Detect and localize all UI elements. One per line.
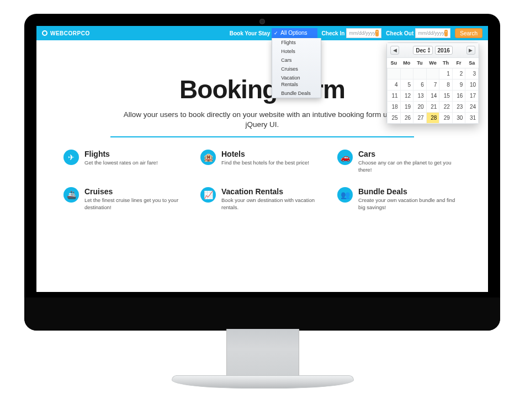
monitor-stand-neck [226,329,299,379]
dow-header: Th [439,58,453,68]
category-select[interactable]: All Options FlightsHotelsCarsCruisesVaca… [272,28,317,38]
date-cell [400,68,413,79]
date-cell[interactable]: 10 [465,79,479,91]
category-option[interactable]: Bundle Deals [272,89,321,98]
camera-icon [259,19,265,24]
category-option[interactable]: Hotels [272,47,321,56]
date-cell[interactable]: 19 [400,102,413,113]
date-cell[interactable]: 12 [400,91,413,102]
year-value: 2016 [438,47,450,54]
date-cell[interactable]: 2 [452,68,465,79]
date-cell[interactable]: 9 [452,79,465,91]
checkout-block: Check Out mm/dd/yyyy [386,28,450,38]
category-dropdown[interactable]: FlightsHotelsCarsCruisesVacation Rentals… [272,38,321,98]
brand[interactable]: WEBCORPCO [42,30,90,36]
brand-icon [42,30,47,36]
date-cell[interactable]: 3 [465,68,479,79]
book-your-stay-label: Book Your Stay [230,30,271,36]
feature-title: Cruises [84,187,187,196]
dow-header: We [426,58,439,68]
dow-header: Su [388,58,401,68]
feature-icon: 🚗 [337,150,353,165]
date-cell[interactable]: 29 [439,113,453,124]
date-cell[interactable]: 23 [452,102,465,113]
datepicker-popup[interactable]: ◀ Dec ▴▾ 2016 ▶ SuMoTuWeThFrSa 12345 [386,42,479,124]
topbar: WEBCORPCO Book Your Stay All Options Fli… [36,26,488,40]
date-cell[interactable]: 27 [413,113,427,124]
feature-item: ✈FlightsGet the lowest rates on air fare… [63,150,187,174]
divider [110,136,414,137]
updown-icon: ▴▾ [428,47,430,54]
checkout-placeholder: mm/dd/yyyy [418,30,444,36]
year-select[interactable]: 2016 [435,46,453,55]
feature-title: Hotels [221,150,309,158]
checkin-input[interactable]: mm/dd/yyyy [346,28,381,38]
feature-item: 🏨HotelsFind the best hotels for the best… [200,150,324,174]
feature-desc: Get the lowest rates on air fare! [84,160,158,167]
date-cell[interactable]: 5 [400,79,413,91]
page-subtitle: Allow your users to book directly on you… [119,110,406,130]
date-cell [413,68,427,79]
date-cell[interactable]: 8 [439,79,453,91]
date-cell[interactable]: 31 [465,113,479,124]
date-cell[interactable]: 24 [465,102,479,113]
feature-title: Bundle Deals [358,187,461,196]
checkout-input[interactable]: mm/dd/yyyy [415,28,450,38]
feature-title: Flights [84,150,158,158]
dow-header: Sa [465,58,479,68]
feature-item: 🚢CruisesLet the finest cruise lines get … [63,187,187,211]
date-cell[interactable]: 6 [413,79,427,91]
checkin-block: Check In mm/dd/yyyy [322,28,382,38]
datepicker-header: ◀ Dec ▴▾ 2016 ▶ [387,43,479,58]
date-cell[interactable]: 15 [439,91,453,102]
prev-month-button[interactable]: ◀ [390,46,399,55]
feature-icon: 👥 [337,187,353,203]
date-cell[interactable]: 16 [452,91,465,102]
brand-name: WEBCORPCO [50,30,90,36]
date-cell[interactable]: 20 [413,102,427,113]
category-option[interactable]: Cars [272,56,321,65]
feature-desc: Create your own vacation bundle and find… [358,197,461,211]
next-month-button[interactable]: ▶ [466,46,475,55]
monitor-chin [24,297,500,331]
calendar-icon[interactable] [375,30,379,36]
feature-desc: Let the finest cruise lines get you to y… [84,197,187,211]
date-cell[interactable]: 22 [439,102,453,113]
feature-icon: ✈ [63,150,79,165]
date-cell[interactable]: 17 [465,91,479,102]
date-cell[interactable]: 25 [388,113,401,124]
category-option[interactable]: Vacation Rentals [272,73,321,89]
feature-icon: 🚢 [63,187,79,203]
date-cell[interactable]: 26 [400,113,413,124]
date-cell[interactable]: 1 [439,68,453,79]
dow-header: Fr [452,58,465,68]
date-cell[interactable]: 7 [426,79,439,91]
calendar-icon[interactable] [444,30,448,36]
feature-desc: Book your own destination with vacation … [221,197,324,211]
feature-title: Cars [358,150,461,158]
date-cell [388,68,401,79]
date-cell[interactable]: 11 [388,91,401,102]
date-cell[interactable]: 30 [452,113,465,124]
dow-header: Tu [413,58,427,68]
dow-header: Mo [400,58,413,68]
date-cell[interactable]: 28 [426,113,439,124]
category-select-value[interactable]: All Options [272,28,317,38]
date-cell[interactable]: 4 [388,79,401,91]
month-select[interactable]: Dec ▴▾ [413,46,432,55]
date-cell[interactable]: 18 [388,102,401,113]
category-option[interactable]: Cruises [272,65,321,73]
search-button[interactable]: Search [455,28,482,38]
date-cell[interactable]: 13 [413,91,427,102]
feature-desc: Choose any car on the planet to get you … [358,160,461,174]
screen: WEBCORPCO Book Your Stay All Options Fli… [36,26,488,292]
feature-item: 👥Bundle DealsCreate your own vacation bu… [337,187,461,211]
feature-icon: 📈 [200,187,216,203]
feature-icon: 🏨 [200,150,216,165]
datepicker-grid: SuMoTuWeThFrSa 1234567891011121314151617… [387,58,479,124]
category-option[interactable]: Flights [272,38,321,47]
book-your-stay-block: Book Your Stay All Options FlightsHotels… [230,28,317,38]
date-cell [426,68,439,79]
date-cell[interactable]: 21 [426,102,439,113]
date-cell[interactable]: 14 [426,91,439,102]
